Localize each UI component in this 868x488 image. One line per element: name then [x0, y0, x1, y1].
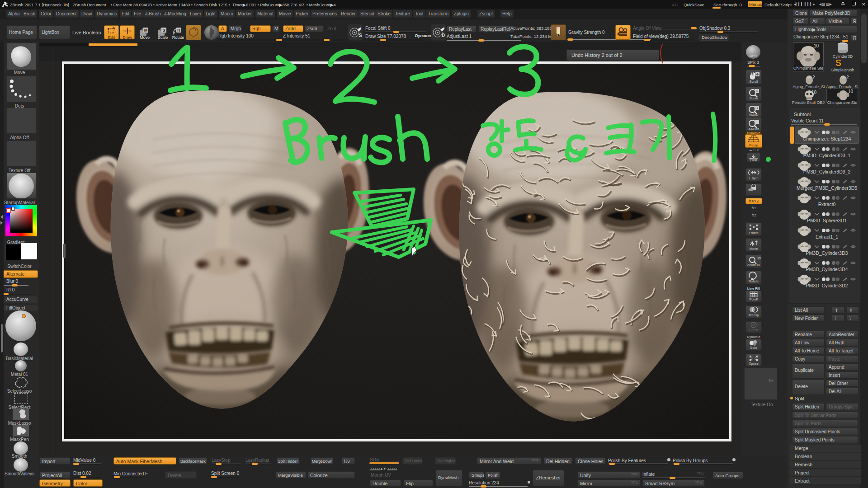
svg-text::1: :1 — [755, 106, 758, 109]
svg-text:3D: 3D — [757, 257, 761, 260]
svg-text:M: M — [144, 28, 148, 33]
svg-text:S: S — [162, 28, 165, 33]
svg-text:R: R — [177, 28, 180, 33]
svg-text:S: S — [359, 33, 362, 38]
svg-text:D: D — [442, 33, 445, 38]
